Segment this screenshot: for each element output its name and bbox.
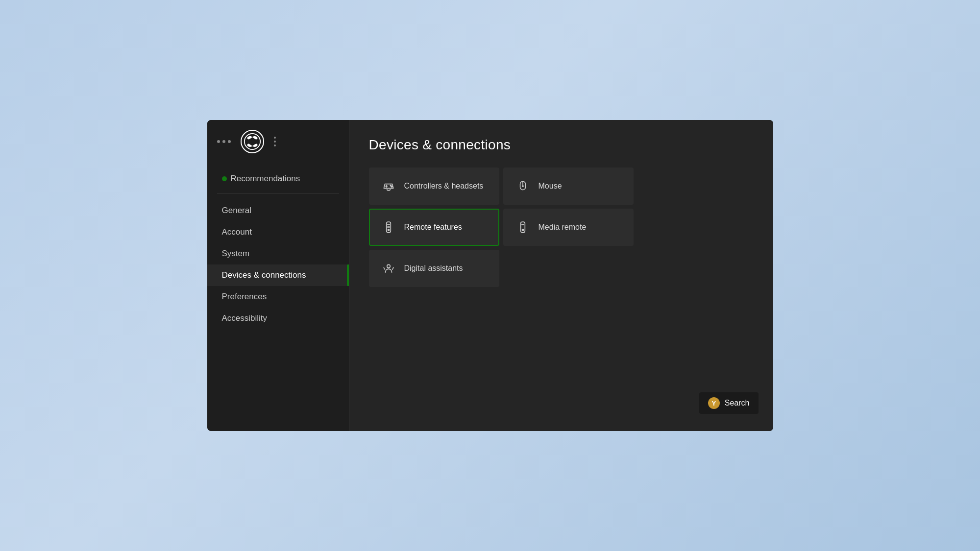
account-label: Account [222, 227, 252, 237]
menu-dot-2 [274, 141, 276, 143]
devices-label: Devices & connections [222, 270, 306, 280]
mouse-label: Mouse [539, 182, 562, 191]
nav-divider [217, 193, 339, 194]
sidebar: Recommendations General Account System D… [207, 120, 349, 431]
dot-2 [222, 140, 225, 143]
controllers-label: Controllers & headsets [404, 182, 484, 191]
system-label: System [222, 249, 250, 259]
y-letter: Y [711, 400, 716, 407]
menu-dots[interactable] [274, 137, 276, 146]
main-content: Devices & connections Controllers & head… [349, 120, 773, 431]
menu-dot-3 [274, 144, 276, 146]
controllers-headsets-tile[interactable]: Controllers & headsets [369, 168, 499, 205]
digital-assistants-tile[interactable]: Digital assistants [369, 250, 499, 287]
controller-icon [382, 179, 395, 193]
mouse-tile[interactable]: Mouse [503, 168, 634, 205]
settings-window: Recommendations General Account System D… [207, 120, 773, 431]
media-remote-label: Media remote [539, 223, 587, 232]
svg-point-14 [387, 264, 390, 268]
sidebar-item-recommendations[interactable]: Recommendations [207, 168, 349, 190]
sidebar-header [207, 130, 349, 163]
svg-point-0 [244, 134, 260, 149]
nav-dots-left [217, 140, 231, 143]
mouse-icon [516, 179, 530, 193]
svg-point-7 [388, 229, 389, 231]
sidebar-item-system[interactable]: System [207, 243, 349, 264]
search-label: Search [725, 399, 750, 407]
remote-icon [382, 220, 395, 234]
accessibility-label: Accessibility [222, 313, 268, 323]
svg-point-2 [391, 186, 392, 187]
devices-grid: Controllers & headsets Mouse [369, 168, 634, 287]
media-remote-tile[interactable]: Media remote [503, 209, 634, 246]
sidebar-item-general[interactable]: General [207, 200, 349, 221]
sidebar-item-devices[interactable]: Devices & connections [207, 264, 349, 286]
digital-assistants-label: Digital assistants [404, 264, 463, 273]
general-label: General [222, 206, 251, 216]
sidebar-item-accessibility[interactable]: Accessibility [207, 308, 349, 329]
page-title: Devices & connections [369, 137, 754, 153]
svg-point-12 [522, 229, 523, 231]
media-remote-icon [516, 220, 530, 234]
svg-point-5 [522, 186, 523, 187]
sidebar-nav: Recommendations General Account System D… [207, 163, 349, 421]
dot-1 [217, 140, 220, 143]
remote-features-label: Remote features [404, 223, 462, 232]
menu-dot-1 [274, 137, 276, 139]
assistant-icon [382, 262, 395, 275]
xbox-logo [241, 130, 264, 153]
sidebar-item-preferences[interactable]: Preferences [207, 286, 349, 308]
preferences-label: Preferences [222, 292, 267, 302]
sidebar-item-account[interactable]: Account [207, 221, 349, 243]
recommendations-dot [222, 176, 227, 181]
dot-3 [228, 140, 231, 143]
search-button[interactable]: Y Search [699, 392, 759, 414]
svg-point-1 [390, 185, 391, 186]
remote-features-tile[interactable]: Remote features [369, 209, 499, 246]
y-button-icon: Y [708, 397, 720, 409]
recommendations-label: Recommendations [231, 174, 300, 184]
